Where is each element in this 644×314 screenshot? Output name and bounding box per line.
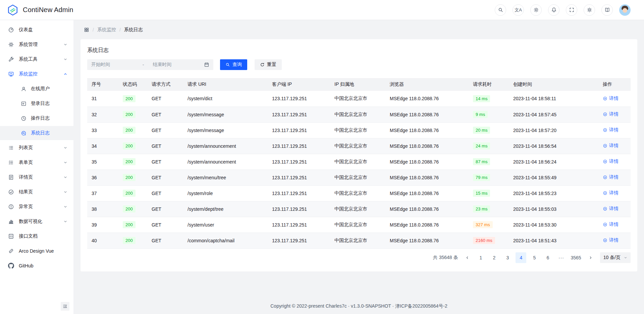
page-button-6[interactable]: 6 <box>542 252 553 263</box>
page-button-3565[interactable]: 3565 <box>569 252 582 263</box>
cell-elapsed: 24 ms <box>469 138 509 154</box>
cell-client-ip: 123.117.129.251 <box>268 170 330 185</box>
search-icon <box>498 7 503 13</box>
detail-link-label: 详情 <box>609 127 619 133</box>
cell-action: 详情 <box>598 201 631 217</box>
settings-button[interactable] <box>584 4 595 16</box>
detail-link[interactable]: 详情 <box>603 206 619 212</box>
sidebar-collapse-button[interactable] <box>61 302 69 311</box>
sidebar-item-github[interactable]: GitHub <box>0 259 73 273</box>
chevron-down-icon <box>63 146 67 150</box>
detail-link[interactable]: 详情 <box>603 174 619 180</box>
exclamation-circle-icon <box>8 204 14 210</box>
cell-action: 详情 <box>598 91 631 107</box>
sidebar-item-form-page[interactable]: 表单页 <box>0 155 73 170</box>
breadcrumb-current: 系统日志 <box>124 27 143 33</box>
sidebar-item-label: 表单页 <box>19 160 33 166</box>
next-page-button[interactable] <box>585 252 596 263</box>
sidebar-item-system-log[interactable]: 系统日志 <box>0 126 73 140</box>
date-range-picker[interactable]: 开始时间 - 结束时间 <box>87 59 213 70</box>
dashboard-icon <box>8 27 14 33</box>
elapsed-badge: 14 ms <box>473 95 490 102</box>
detail-link[interactable]: 详情 <box>603 237 619 243</box>
column-header: 请求耗时 <box>469 78 509 91</box>
sidebar-item-login-log[interactable]: 登录日志 <box>0 97 73 111</box>
page-button-5[interactable]: 5 <box>529 252 540 263</box>
page-button-4[interactable]: 4 <box>516 252 526 263</box>
sidebar-item-system-tools[interactable]: 系统工具 <box>0 52 73 66</box>
search-button[interactable]: 查询 <box>220 59 247 70</box>
cell-id: 35 <box>87 154 118 170</box>
translate-button[interactable]: 文A <box>513 4 524 16</box>
user-avatar[interactable] <box>619 4 631 16</box>
status-badge: 200 <box>123 111 136 118</box>
detail-link-label: 详情 <box>609 143 619 149</box>
search-button[interactable] <box>495 4 506 16</box>
reset-button[interactable]: 重置 <box>255 59 282 70</box>
sidebar-item-online-users[interactable]: 在线用户 <box>0 82 73 96</box>
detail-link[interactable]: 详情 <box>603 96 619 102</box>
breadcrumb-separator: / <box>119 27 121 33</box>
apps-grid-icon[interactable] <box>84 27 89 33</box>
detail-link[interactable]: 详情 <box>603 159 619 165</box>
table-row: 40200GET/common/captcha/mail123.117.129.… <box>87 233 631 248</box>
cell-client-ip: 123.117.129.251 <box>268 154 330 170</box>
column-header: 客户端 IP <box>268 78 330 91</box>
sidebar-item-operation-log[interactable]: 操作日志 <box>0 111 73 125</box>
cell-action: 详情 <box>598 154 631 170</box>
chevron-down-icon <box>63 205 67 209</box>
footer-copyright: Copyright © 2022-present Charles7c · v1.… <box>74 303 644 314</box>
sidebar-item-dashboard[interactable]: 仪表盘 <box>0 23 73 37</box>
cell-id: 38 <box>87 201 118 217</box>
cell-id: 40 <box>87 233 118 248</box>
chevron-up-icon <box>63 72 67 76</box>
more-pages-button[interactable]: ··· <box>556 252 567 263</box>
sidebar-item-exception-page[interactable]: 异常页 <box>0 200 73 214</box>
eye-icon <box>603 238 607 243</box>
column-header: 状态码 <box>118 78 147 91</box>
sidebar-item-arco-design-vue[interactable]: Arco Design Vue <box>0 244 73 258</box>
translate-icon: 文A <box>515 8 522 12</box>
cell-method: GET <box>147 122 183 138</box>
page-button-2[interactable]: 2 <box>489 252 499 263</box>
detail-link[interactable]: 详情 <box>603 111 619 117</box>
pagination: 共 35648 条 123456···3565 10 条/页 <box>87 252 631 263</box>
sidebar-item-detail-page[interactable]: 详情页 <box>0 170 73 184</box>
detail-link[interactable]: 详情 <box>603 143 619 149</box>
fullscreen-button[interactable] <box>566 4 577 16</box>
cell-client-ip: 123.117.129.251 <box>268 122 330 138</box>
cell-created: 2023-11-04 18:55:03 <box>509 201 598 217</box>
detail-link[interactable]: 详情 <box>603 222 619 228</box>
page-button-1[interactable]: 1 <box>475 252 486 263</box>
sidebar-item-label: 系统监控 <box>19 71 38 77</box>
sidebar-item-list-page[interactable]: 列表页 <box>0 141 73 155</box>
page-items: 123456···3565 <box>475 252 582 263</box>
theme-button[interactable] <box>530 4 542 16</box>
column-header: 创建时间 <box>509 78 598 91</box>
cell-created: 2023-11-04 18:56:24 <box>509 154 598 170</box>
cell-browser: MSEdge 118.0.2088.76 <box>385 170 469 185</box>
sidebar-item-result-page[interactable]: 结果页 <box>0 185 73 199</box>
prev-page-button[interactable] <box>462 252 473 263</box>
docs-button[interactable] <box>601 4 613 16</box>
chevron-down-icon <box>63 161 67 165</box>
sidebar-item-data-visualization[interactable]: 数据可视化 <box>0 214 73 229</box>
page-size-select[interactable]: 10 条/页 <box>600 252 631 263</box>
app-window: ContiNew Admin 文A 仪表盘系统管理系统工具系统监控在线用户登录日… <box>0 0 644 314</box>
detail-link[interactable]: 详情 <box>603 127 619 133</box>
sidebar-item-system-management[interactable]: 系统管理 <box>0 38 73 52</box>
detail-link-label: 详情 <box>609 96 619 102</box>
column-header: 浏览器 <box>385 78 469 91</box>
cell-ip-region: 中国北京北京市 <box>330 201 385 217</box>
page-button-3[interactable]: 3 <box>502 252 513 263</box>
sidebar-item-system-monitor[interactable]: 系统监控 <box>0 67 73 81</box>
cell-method: GET <box>147 233 183 248</box>
chevron-down-icon <box>63 219 67 224</box>
eye-icon <box>603 191 607 195</box>
sidebar-item-api-docs[interactable]: 接口文档 <box>0 229 73 243</box>
notifications-button[interactable] <box>548 4 559 16</box>
cell-status: 200 <box>118 107 147 122</box>
detail-link[interactable]: 详情 <box>603 190 619 196</box>
breadcrumb-item[interactable]: 系统监控 <box>97 27 116 33</box>
cell-elapsed: 79 ms <box>469 170 509 185</box>
